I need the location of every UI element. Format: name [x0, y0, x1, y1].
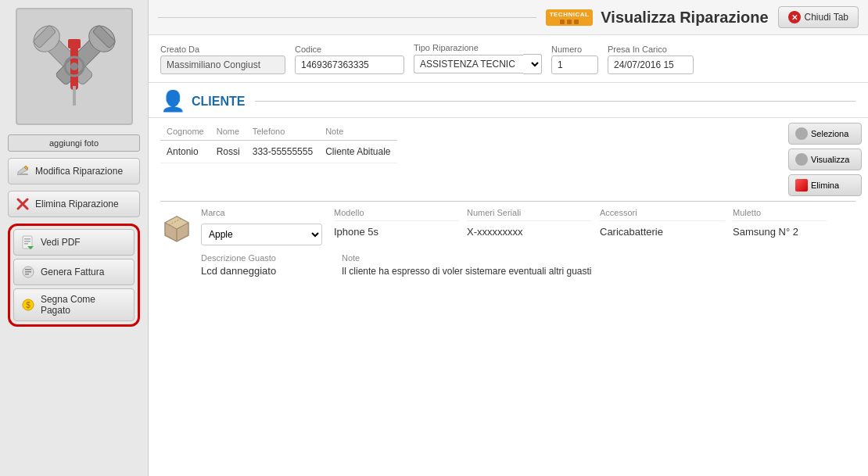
top-separator: [158, 17, 536, 18]
cell-telefono: 333-55555555: [246, 141, 319, 163]
visualizza-icon: [795, 153, 808, 166]
fattura-label: Genera Fattura: [41, 267, 104, 277]
page-title: Visualizza Riparazione: [601, 9, 768, 27]
svg-point-10: [70, 63, 78, 70]
col-cognome: Cognome: [160, 123, 210, 141]
elimina-cliente-label: Elimina: [811, 181, 839, 190]
creato-da-input[interactable]: [160, 55, 285, 74]
muletto-label: Muletto: [733, 208, 827, 217]
muletto-value: Samsung N° 2: [733, 226, 827, 242]
marca-select[interactable]: Apple Samsung Huawei: [201, 224, 322, 245]
codice-input[interactable]: [295, 55, 404, 74]
genera-fattura-button[interactable]: Genera Fattura: [13, 259, 135, 285]
close-tab-button[interactable]: ✕ Chiudi Tab: [778, 6, 859, 28]
svg-rect-24: [25, 274, 29, 275]
device-row-2: Apple Samsung Huawei Iphone 5s X-xxxxxxx…: [201, 224, 856, 245]
elimina-riparazione-button[interactable]: Elimina Riparazione: [8, 191, 140, 217]
invoice-icon: [20, 264, 36, 280]
tipo-input[interactable]: [414, 55, 523, 73]
desc-value: Lcd danneggiato: [201, 265, 334, 277]
badge-dots: [560, 20, 579, 24]
presa-input[interactable]: [608, 55, 694, 74]
badge-dot-2: [567, 20, 572, 24]
customer-actions: Seleziona Visualizza Elimina: [782, 118, 868, 201]
creato-da-field: Creato Da: [160, 45, 285, 74]
creato-da-label: Creato Da: [160, 45, 285, 54]
seriali-value: X-xxxxxxxxx: [467, 226, 592, 242]
svg-text:$: $: [26, 301, 30, 310]
pdf-label: Vedi PDF: [41, 237, 81, 248]
cliente-icon: 👤: [160, 89, 185, 113]
modifica-riparazione-button[interactable]: Modifica Riparazione: [8, 158, 140, 184]
sidebar: aggiungi foto Modifica Riparazione Elimi…: [0, 0, 149, 476]
pdf-icon: [20, 234, 36, 250]
pagato-label: Segna Come Pagato: [41, 294, 127, 316]
desc-label: Descrizione Guasto: [201, 253, 334, 263]
badge-dot-3: [574, 20, 579, 24]
seriali-label: Numeri Seriali: [467, 208, 592, 217]
customer-table-area: Cognome Nome Telefono Note Antonio Rossi…: [149, 118, 782, 168]
customer-table-body: Antonio Rossi 333-55555555 Cliente Abitu…: [160, 141, 397, 163]
seleziona-label: Seleziona: [811, 129, 848, 138]
device-row-4: Lcd danneggiato Il cliente ha espresso d…: [201, 265, 856, 278]
top-bar: TECHNICAL Visualizza Riparazione ✕ Chiud…: [149, 0, 868, 35]
device-row-3: Descrizione Guasto Note: [201, 253, 856, 263]
device-fields: Marca Modello Numeri Seriali Accessori M…: [201, 208, 856, 278]
presa-in-carico-field: Presa In Carico: [608, 45, 694, 74]
edit-icon: [15, 163, 30, 179]
marca-label: Marca: [201, 208, 326, 217]
customer-header-row: Cognome Nome Telefono Note: [160, 123, 397, 141]
note-value-area: Il cliente ha espresso di voler sistemar…: [342, 265, 856, 278]
desc-value-area: Lcd danneggiato: [201, 265, 334, 278]
modello-value-area: Iphone 5s: [334, 224, 459, 245]
muletto-field: Muletto: [733, 208, 827, 221]
tipo-label: Tipo Riparazione: [414, 43, 542, 52]
segna-pagato-button[interactable]: $ Segna Come Pagato: [13, 288, 135, 321]
seleziona-button[interactable]: Seleziona: [788, 123, 862, 145]
seleziona-icon: [795, 127, 808, 140]
tipo-riparazione-field: Tipo Riparazione ▼: [414, 43, 542, 74]
note-value: Il cliente ha espresso di voler sistemar…: [342, 265, 856, 278]
package-icon: [160, 212, 193, 245]
close-tab-label: Chiudi Tab: [805, 12, 848, 23]
svg-rect-23: [25, 271, 31, 273]
badge-dot-1: [560, 20, 565, 24]
modello-value: Iphone 5s: [334, 226, 459, 242]
vedi-pdf-button[interactable]: Vedi PDF: [13, 229, 135, 256]
accessori-value-area: Caricabatterie: [600, 224, 725, 245]
paid-icon: $: [20, 297, 36, 313]
modifica-label: Modifica Riparazione: [35, 166, 123, 177]
note-label-area: Note: [342, 253, 856, 263]
cliente-title: CLIENTE: [192, 95, 245, 109]
main-content: TECHNICAL Visualizza Riparazione ✕ Chiud…: [149, 0, 868, 476]
codice-label: Codice: [295, 45, 404, 54]
accessori-field: Accessori: [600, 208, 725, 221]
col-telefono: Telefono: [246, 123, 319, 141]
add-photo-button[interactable]: aggiungi foto: [8, 134, 140, 152]
logo-area: [16, 8, 133, 125]
accessori-label: Accessori: [600, 208, 725, 217]
accessori-value: Caricabatterie: [600, 226, 725, 242]
numero-field: Numero: [551, 45, 598, 74]
visualizza-label: Visualizza: [811, 155, 849, 164]
elimina-cliente-button[interactable]: Elimina: [788, 174, 862, 196]
numero-input[interactable]: [551, 55, 598, 74]
customer-table: Cognome Nome Telefono Note Antonio Rossi…: [160, 123, 397, 163]
visualizza-cliente-button[interactable]: Visualizza: [788, 149, 862, 170]
elimina-icon: [795, 179, 808, 191]
device-section: Marca Modello Numeri Seriali Accessori M…: [149, 202, 868, 278]
form-area: Creato Da Codice Tipo Riparazione ▼ Nume…: [149, 35, 868, 83]
badge-text: TECHNICAL: [550, 11, 590, 18]
form-row: Creato Da Codice Tipo Riparazione ▼ Nume…: [160, 43, 856, 74]
table-row: Antonio Rossi 333-55555555 Cliente Abitu…: [160, 141, 397, 163]
modello-field: Modello: [334, 208, 459, 221]
tipo-select[interactable]: ▼: [523, 54, 542, 74]
svg-rect-18: [24, 241, 30, 242]
marca-field: Marca: [201, 208, 326, 221]
codice-field: Codice: [295, 45, 404, 74]
note-label: Note: [342, 253, 856, 263]
device-icon-area: [160, 212, 193, 247]
presa-label: Presa In Carico: [608, 45, 694, 54]
cliente-section-header: 👤 CLIENTE: [149, 83, 868, 118]
close-icon: ✕: [788, 11, 801, 23]
